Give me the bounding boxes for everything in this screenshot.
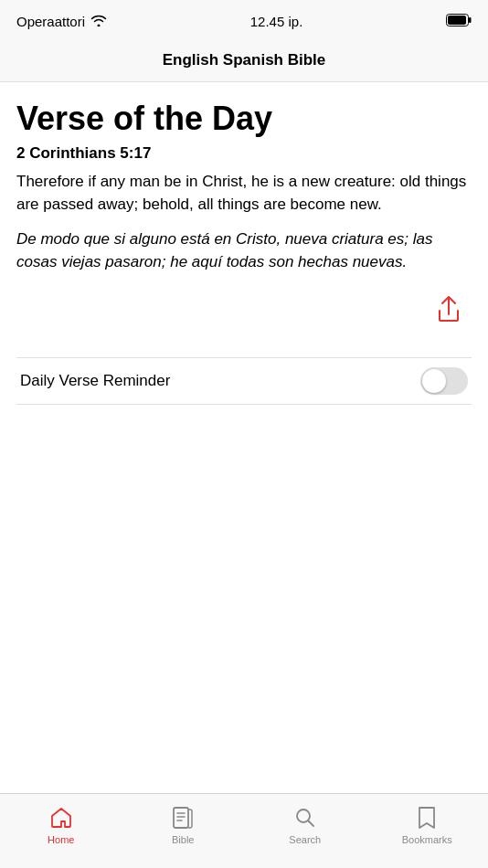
svg-rect-3 — [174, 808, 188, 828]
svg-rect-2 — [448, 16, 466, 25]
reminder-label: Daily Verse Reminder — [20, 372, 170, 390]
tab-bar: Home Bible Search Bookmarks — [0, 793, 488, 868]
home-icon — [48, 805, 74, 831]
bookmark-icon — [414, 805, 440, 831]
toggle-slider — [420, 367, 468, 395]
carrier-label: Operaattori — [16, 14, 85, 29]
status-bar: Operaattori 12.45 ip. — [0, 0, 488, 38]
verse-text-spanish: De modo que si alguno está en Cristo, nu… — [16, 228, 472, 274]
tab-home-label: Home — [48, 834, 74, 845]
reminder-row: Daily Verse Reminder — [16, 357, 472, 405]
svg-rect-1 — [469, 17, 472, 23]
time-label: 12.45 ip. — [250, 14, 303, 29]
reminder-toggle[interactable] — [420, 367, 468, 395]
search-icon — [292, 805, 318, 831]
main-content: Verse of the Day 2 Corinthians 5:17 Ther… — [0, 82, 488, 793]
tab-bookmarks-label: Bookmarks — [402, 834, 452, 845]
wifi-icon — [90, 14, 107, 29]
nav-bar: English Spanish Bible — [0, 38, 488, 82]
verse-text-english: Therefore if any man be in Christ, he is… — [16, 170, 472, 217]
tab-search-label: Search — [289, 834, 321, 845]
battery-icon — [446, 14, 472, 29]
tab-home[interactable]: Home — [0, 801, 122, 845]
tab-bookmarks[interactable]: Bookmarks — [366, 801, 489, 845]
tab-bible-label: Bible — [172, 834, 194, 845]
bible-icon — [170, 805, 196, 831]
tab-search[interactable]: Search — [244, 801, 366, 845]
share-button[interactable] — [433, 292, 464, 330]
verse-reference: 2 Corinthians 5:17 — [16, 144, 472, 163]
tab-bible[interactable]: Bible — [122, 801, 245, 845]
verse-of-day-heading: Verse of the Day — [16, 101, 472, 137]
nav-title: English Spanish Bible — [163, 51, 326, 69]
